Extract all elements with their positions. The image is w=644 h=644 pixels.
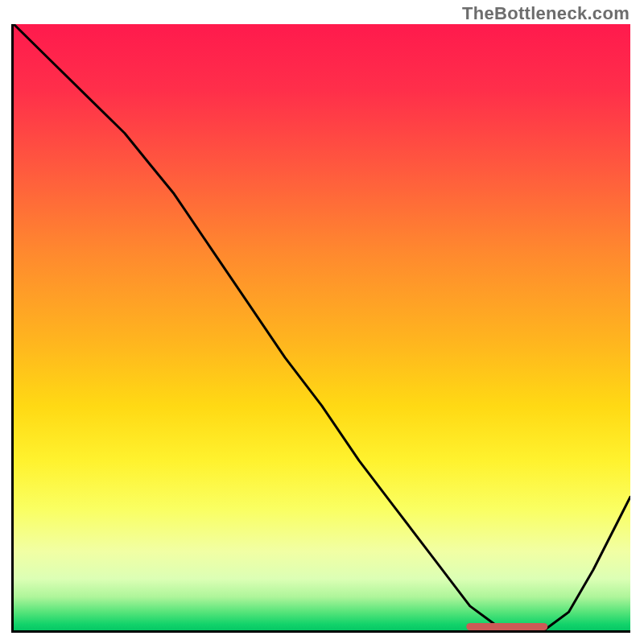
x-axis-line bbox=[11, 630, 630, 633]
chart-plot-area bbox=[14, 24, 630, 630]
bottleneck-chart: TheBottleneck.com bbox=[0, 0, 644, 644]
y-axis-line bbox=[11, 24, 14, 630]
chart-svg bbox=[14, 24, 630, 630]
attribution-text: TheBottleneck.com bbox=[462, 3, 630, 24]
bottleneck-curve bbox=[14, 24, 630, 630]
